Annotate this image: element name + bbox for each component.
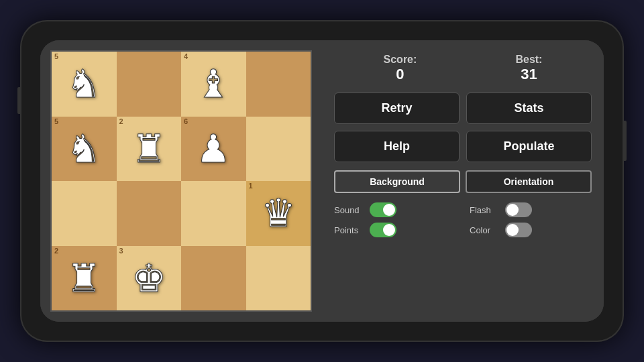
right-panel: Score: 0 Best: 31 Retry Stats Help Popul…: [322, 40, 604, 322]
phone-device: 5 ♞ 4 ♝ 5 ♞ 2 ♜ 6: [20, 20, 624, 342]
help-button[interactable]: Help: [334, 131, 460, 162]
score-row: Score: 0 Best: 31: [334, 54, 592, 83]
score-value: 0: [384, 66, 417, 83]
cell-0-3[interactable]: [246, 52, 311, 117]
tab-row: Background Orientation: [334, 170, 592, 193]
sound-toggle[interactable]: [370, 202, 396, 217]
best-value: 31: [515, 66, 542, 83]
cell-3-2[interactable]: [181, 246, 246, 311]
toggle-section: Sound Flash Points Color: [334, 202, 592, 237]
toggle-row-2: Points Color: [334, 223, 592, 237]
cell-1-3[interactable]: [246, 117, 311, 182]
color-label: Color: [470, 225, 500, 235]
cell-number-1-1: 2: [119, 118, 123, 125]
piece-rook-1-1: ♜: [131, 129, 166, 168]
cell-number-3-1: 3: [119, 247, 123, 255]
cell-1-2[interactable]: 6 ♟: [181, 117, 246, 182]
cell-3-0[interactable]: 2 ♜: [52, 246, 117, 311]
points-label: Points: [334, 225, 364, 235]
sound-toggle-item: Sound: [334, 202, 456, 217]
retry-button[interactable]: Retry: [334, 93, 460, 124]
cell-2-2[interactable]: [181, 181, 246, 246]
color-toggle[interactable]: [505, 223, 532, 237]
board-section: 5 ♞ 4 ♝ 5 ♞ 2 ♜ 6: [40, 40, 322, 322]
score-item: Score: 0: [384, 54, 417, 83]
piece-pawn-1-2: ♟: [196, 129, 231, 168]
best-label: Best:: [515, 54, 542, 66]
cell-2-0[interactable]: [52, 181, 117, 246]
flash-toggle-item: Flash: [470, 202, 592, 217]
btn-row-2: Help Populate: [334, 131, 592, 162]
populate-button[interactable]: Populate: [466, 131, 592, 162]
toggle-row-1: Sound Flash: [334, 202, 592, 217]
cell-number-1-0: 5: [54, 118, 58, 125]
piece-knight-1-0: ♞: [66, 129, 101, 168]
piece-rook-3-0: ♜: [66, 259, 101, 298]
cell-number-3-0: 2: [54, 247, 58, 255]
flash-label: Flash: [470, 205, 500, 215]
chess-board: 5 ♞ 4 ♝ 5 ♞ 2 ♜ 6: [50, 50, 312, 312]
cell-0-1[interactable]: [117, 52, 182, 117]
color-toggle-item: Color: [470, 223, 592, 237]
cell-number-2-3: 1: [249, 182, 253, 190]
score-label: Score:: [384, 54, 417, 66]
best-item: Best: 31: [515, 54, 542, 83]
cell-number-1-2: 6: [184, 118, 188, 125]
phone-screen: 5 ♞ 4 ♝ 5 ♞ 2 ♜ 6: [40, 40, 604, 322]
cell-0-0[interactable]: 5 ♞: [52, 52, 117, 117]
stats-button[interactable]: Stats: [466, 93, 592, 124]
flash-toggle[interactable]: [505, 202, 532, 217]
cell-2-1[interactable]: [117, 181, 182, 246]
points-toggle-item: Points: [334, 223, 456, 237]
cell-2-3[interactable]: 1 ♛: [246, 181, 311, 246]
sound-label: Sound: [334, 205, 364, 215]
cell-number-0-2: 4: [184, 53, 188, 60]
cell-3-3[interactable]: [246, 246, 311, 311]
cell-3-1[interactable]: 3 ♚: [117, 246, 182, 311]
piece-bishop-0-2: ♝: [196, 64, 231, 103]
cell-1-0[interactable]: 5 ♞: [52, 117, 117, 182]
points-toggle[interactable]: [370, 223, 396, 237]
piece-queen-2-3: ♛: [261, 194, 296, 233]
piece-knight-0-0: ♞: [66, 64, 101, 103]
cell-0-2[interactable]: 4 ♝: [181, 52, 246, 117]
btn-row-1: Retry Stats: [334, 93, 592, 124]
orientation-tab[interactable]: Orientation: [466, 170, 592, 193]
cell-1-1[interactable]: 2 ♜: [117, 117, 182, 182]
background-tab[interactable]: Background: [334, 170, 460, 193]
piece-king-3-1: ♚: [131, 259, 166, 298]
cell-number-0-0: 5: [54, 53, 58, 60]
